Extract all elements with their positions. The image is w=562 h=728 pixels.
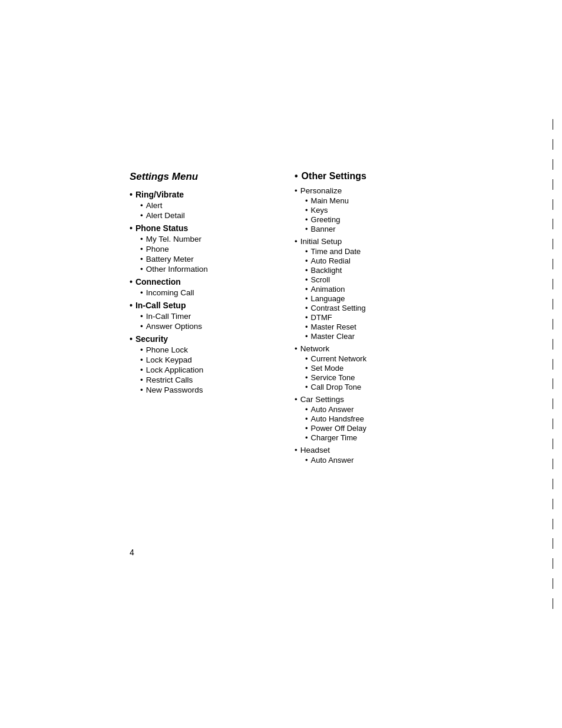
bullet: • [305,405,308,414]
list-item: • Language [305,294,430,303]
list-item: • Keys [305,206,430,215]
level2-network: • Network [295,344,430,353]
bullet: • [305,383,308,391]
margin-line-10 [553,299,553,309]
list-item: • Alert Detail [140,211,259,220]
list-item: • Auto Answer [305,405,430,414]
section-personalize: • Personalize • Main Menu • Keys • Greet… [295,186,430,233]
bullet: • [140,265,143,274]
list-item: • Phone [140,245,259,253]
level2-list-incall-setup: • In-Call Timer • Answer Options [140,312,259,331]
bullet: • [140,386,143,394]
margin-lines [553,0,553,728]
bullet: • [295,186,297,195]
margin-line-5 [553,199,553,210]
bullet: • [130,223,133,233]
bullet: • [305,215,308,224]
margin-line-12 [553,339,553,350]
margin-line-6 [553,219,553,229]
bullet: • [140,235,143,243]
level1-incall-setup: • In-Call Setup [130,301,259,310]
bullet: • [305,322,308,331]
level2-initial-setup: • Initial Setup [295,237,430,246]
bullet: • [140,345,143,354]
level2-list-security: • Phone Lock • Lock Keypad • Lock Applic… [140,345,259,394]
margin-line-19 [553,479,553,489]
bullet: • [140,375,143,384]
list-item: • Charger Time [305,433,430,442]
section-car-settings: • Car Settings • Auto Answer • Auto Hand… [295,395,430,442]
list-item: • Lock Keypad [140,355,259,364]
margin-line-9 [553,279,553,289]
list-item: • Alert [140,201,259,210]
level1-ring-vibrate: • Ring/Vibrate [130,190,259,199]
bullet: • [305,247,308,256]
list-item: • Other Information [140,265,259,274]
list-item: • Restrict Calls [140,375,259,384]
level2-list-ring-vibrate: • Alert • Alert Detail [140,201,259,220]
bullet: • [305,266,308,275]
margin-line-16 [553,419,553,429]
level2-headset: • Headset [295,446,430,454]
list-item: • Service Tone [305,373,430,382]
bullet: • [305,313,308,322]
section-security: • Security • Phone Lock • Lock Keypad • … [130,334,259,394]
section-headset: • Headset • Auto Answer [295,446,430,465]
bullet: • [130,334,133,344]
margin-line-1 [553,119,553,130]
section-incall-setup: • In-Call Setup • In-Call Timer • Answer… [130,301,259,331]
list-item: • Master Clear [305,332,430,341]
bullet: • [140,312,143,321]
bullet: • [305,364,308,373]
list-item: • Call Drop Tone [305,383,430,391]
margin-line-22 [553,538,553,549]
bullet: • [305,196,308,205]
bullet: • [305,225,308,233]
list-item: • My Tel. Number [140,235,259,243]
bullet: • [305,433,308,442]
level1-security: • Security [130,334,259,344]
bullet: • [140,322,143,331]
bullet: • [130,277,133,286]
bullet: • [295,237,297,246]
bullet: • [305,354,308,363]
margin-line-17 [553,439,553,449]
list-item: • Auto Redial [305,256,430,265]
margin-line-2 [553,139,553,150]
margin-line-15 [553,398,553,409]
list-item: • Banner [305,225,430,233]
bullet: • [305,275,308,284]
list-item: • New Passwords [140,386,259,394]
list-item: • In-Call Timer [140,312,259,321]
bullet: • [305,424,308,433]
list-item: • Animation [305,285,430,294]
bullet: • [295,446,297,454]
margin-line-20 [553,499,553,509]
bullet: • [305,456,308,465]
section-phone-status: • Phone Status • My Tel. Number • Phone … [130,223,259,274]
level3-list-network: • Current Network • Set Mode • Service T… [305,354,430,391]
bullet: • [295,395,297,404]
bullet: • [295,171,298,182]
list-item: • Lock Application [140,365,259,374]
list-item: • Master Reset [305,322,430,331]
margin-line-18 [553,459,553,469]
level3-list-personalize: • Main Menu • Keys • Greeting • Banner [305,196,430,233]
bullet: • [140,201,143,210]
content-area: Settings Menu • Ring/Vibrate • Alert • A… [130,171,430,468]
list-item: • Scroll [305,275,430,284]
bullet: • [140,355,143,364]
margin-line-3 [553,159,553,170]
list-item: • Incoming Call [140,288,259,297]
margin-line-4 [553,179,553,190]
list-item: • Current Network [305,354,430,363]
bullet: • [305,373,308,382]
bullet: • [140,365,143,374]
margin-line-14 [553,378,553,389]
margin-line-25 [553,598,553,609]
left-column: Settings Menu • Ring/Vibrate • Alert • A… [130,171,259,398]
bullet: • [305,332,308,341]
margin-line-23 [553,558,553,569]
bullet: • [140,211,143,220]
bullet: • [140,288,143,297]
